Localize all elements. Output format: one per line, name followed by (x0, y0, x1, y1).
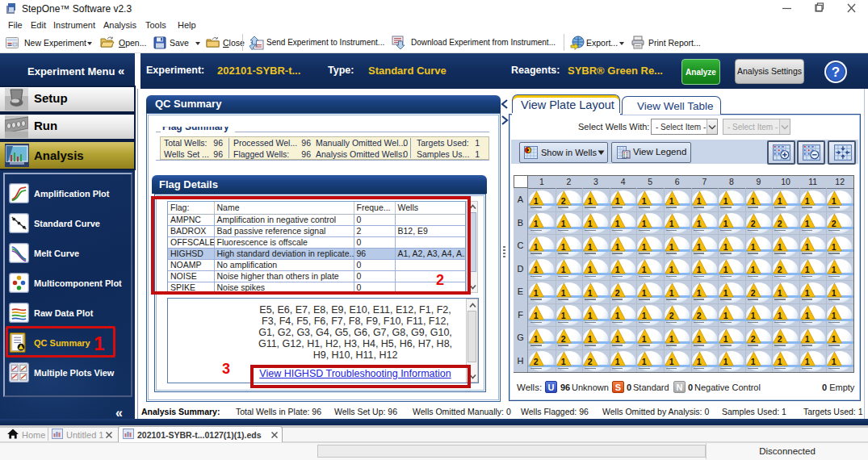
svg-text:1: 1 (588, 311, 593, 320)
svg-text:1: 1 (560, 219, 565, 228)
svg-text:1: 1 (588, 333, 593, 343)
svg-text:1: 1 (723, 287, 728, 297)
svg-text:1: 1 (804, 219, 809, 228)
svg-text:1: 1 (723, 311, 728, 320)
svg-text:1: 1 (534, 311, 539, 320)
svg-text:1: 1 (669, 357, 674, 366)
svg-text:1: 1 (804, 265, 809, 274)
svg-text:1: 1 (832, 311, 837, 320)
svg-text:2: 2 (778, 265, 782, 274)
svg-text:1: 1 (778, 195, 782, 205)
svg-text:1: 1 (696, 195, 701, 205)
svg-text:1: 1 (560, 287, 565, 297)
svg-text:1: 1 (804, 241, 809, 251)
svg-text:2: 2 (669, 311, 674, 320)
svg-text:1: 1 (804, 333, 809, 343)
svg-text:2: 2 (750, 287, 755, 297)
svg-text:1: 1 (614, 311, 619, 320)
svg-text:2: 2 (614, 287, 619, 297)
svg-text:1: 1 (750, 241, 755, 251)
svg-text:1: 1 (642, 219, 647, 228)
svg-text:1: 1 (669, 265, 674, 274)
svg-text:1: 1 (642, 265, 647, 274)
svg-text:1: 1 (588, 241, 593, 251)
svg-text:2: 2 (560, 195, 565, 205)
svg-text:?: ? (832, 65, 840, 80)
svg-text:1: 1 (804, 287, 809, 297)
svg-text:1: 1 (614, 195, 619, 205)
svg-text:1: 1 (750, 195, 755, 205)
svg-text:1: 1 (669, 219, 674, 228)
svg-text:1: 1 (669, 333, 674, 343)
svg-text:1: 1 (723, 357, 728, 366)
svg-text:1: 1 (588, 219, 593, 228)
svg-text:1: 1 (804, 195, 809, 205)
svg-text:1: 1 (614, 241, 619, 251)
svg-text:1: 1 (832, 265, 837, 274)
svg-text:1: 1 (642, 195, 647, 205)
svg-text:1: 1 (832, 195, 837, 205)
svg-text:1: 1 (750, 265, 755, 274)
svg-text:2: 2 (696, 311, 701, 320)
svg-text:2: 2 (750, 219, 755, 228)
svg-text:1: 1 (669, 287, 674, 297)
svg-text:1: 1 (778, 241, 782, 251)
svg-text:2: 2 (588, 357, 593, 366)
svg-text:1: 1 (696, 241, 701, 251)
svg-text:1: 1 (804, 311, 809, 320)
svg-text:1: 1 (832, 333, 837, 343)
svg-text:1: 1 (778, 357, 782, 366)
svg-text:1: 1 (588, 265, 593, 274)
svg-text:1: 1 (560, 241, 565, 251)
svg-text:1: 1 (534, 333, 539, 343)
svg-text:1: 1 (696, 219, 701, 228)
svg-text:1: 1 (534, 195, 539, 205)
svg-text:1: 1 (614, 265, 619, 274)
svg-text:1: 1 (614, 357, 619, 366)
svg-text:1: 1 (804, 357, 809, 366)
svg-text:1: 1 (723, 241, 728, 251)
svg-text:1: 1 (723, 219, 728, 228)
svg-text:1: 1 (642, 357, 647, 366)
svg-text:1: 1 (560, 311, 565, 320)
svg-text:1: 1 (696, 357, 701, 366)
svg-text:1: 1 (560, 265, 565, 274)
svg-text:1: 1 (534, 219, 539, 228)
svg-text:1: 1 (696, 287, 701, 297)
svg-text:2: 2 (778, 219, 782, 228)
svg-text:1: 1 (534, 287, 539, 297)
svg-text:1: 1 (832, 287, 837, 297)
svg-text:1: 1 (642, 311, 647, 320)
svg-text:2: 2 (534, 357, 539, 366)
svg-text:1: 1 (588, 287, 593, 297)
svg-text:2: 2 (778, 333, 782, 343)
svg-text:1: 1 (614, 333, 619, 343)
svg-text:1: 1 (778, 287, 782, 297)
svg-text:1: 1 (696, 333, 701, 343)
svg-text:1: 1 (832, 357, 837, 366)
svg-text:1: 1 (750, 357, 755, 366)
svg-text:2: 2 (750, 333, 755, 343)
svg-text:1: 1 (750, 311, 755, 320)
svg-text:1: 1 (723, 265, 728, 274)
svg-text:2: 2 (832, 219, 837, 228)
svg-text:1: 1 (642, 333, 647, 343)
svg-text:1: 1 (642, 287, 647, 297)
svg-text:1: 1 (534, 241, 539, 251)
svg-text:1: 1 (832, 241, 837, 251)
svg-text:1: 1 (778, 311, 782, 320)
svg-text:1: 1 (560, 357, 565, 366)
svg-text:1: 1 (614, 219, 619, 228)
svg-text:1: 1 (642, 241, 647, 251)
svg-text:1: 1 (534, 265, 539, 274)
svg-text:1: 1 (696, 265, 701, 274)
svg-text:2: 2 (560, 333, 565, 343)
svg-text:1: 1 (723, 195, 728, 205)
svg-text:1: 1 (669, 241, 674, 251)
svg-text:1: 1 (588, 195, 593, 205)
svg-text:1: 1 (723, 333, 728, 343)
svg-text:1: 1 (669, 195, 674, 205)
